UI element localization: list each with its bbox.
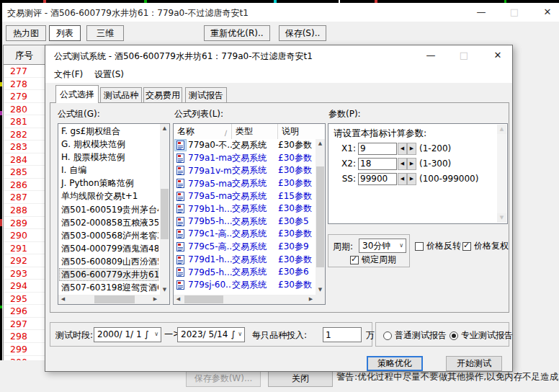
minimize-icon[interactable]: — bbox=[420, 45, 442, 66]
main-window-titlebar[interactable]: 交易测评 - 酒506-600779水井坊61：779a0-不过滤唐奇安t1 —… bbox=[2, 3, 559, 22]
param-ss-input[interactable] bbox=[358, 173, 397, 185]
column-header-desc[interactable]: 说明 bbox=[278, 124, 326, 139]
scrollbar-thumb[interactable] bbox=[94, 295, 135, 303]
param-x2-input[interactable] bbox=[358, 158, 397, 170]
spin-right-icon[interactable]: ▶ bbox=[407, 143, 416, 155]
table-row[interactable]: 779a5-ma...交易系统£15参数 bbox=[174, 190, 315, 202]
list-item[interactable]: 酒503-000568泸州老窖3 bbox=[59, 229, 158, 242]
table-row[interactable]: 283 bbox=[4, 141, 45, 153]
menu-settings[interactable]: 设置(S) bbox=[91, 66, 127, 83]
table-row[interactable]: 779b1-h...交易系统£30参数 bbox=[174, 202, 315, 215]
spin-left-icon[interactable]: ◀ bbox=[398, 158, 407, 170]
table-row[interactable]: 286 bbox=[4, 179, 45, 192]
close-button[interactable]: 关闭 bbox=[268, 370, 333, 387]
view-heatmap-button[interactable]: 热力图 bbox=[6, 25, 46, 41]
table-row[interactable]: 293 bbox=[4, 267, 45, 280]
list-item[interactable]: H. 股票模块范例 bbox=[59, 151, 158, 164]
pro-report-radio[interactable]: 专业测试报告 bbox=[450, 329, 513, 342]
tab-formula-select[interactable]: 公式选择 bbox=[55, 85, 99, 103]
date-from-picker[interactable]: 2000/ 1/ 1 ∫ ∨ bbox=[94, 327, 161, 342]
scroll-right-icon[interactable]: ▶ bbox=[151, 295, 160, 304]
price-adjust-checkbox[interactable]: 价格复权 bbox=[462, 240, 509, 252]
table-row[interactable]: 287 bbox=[4, 191, 45, 204]
table-row[interactable]: 779b5-h...交易系统£30参5 bbox=[174, 215, 315, 228]
column-header-type[interactable]: 类型 bbox=[232, 124, 278, 139]
horizontal-scrollbar[interactable]: ◀ ▶ bbox=[174, 295, 316, 304]
table-row[interactable]: 279 bbox=[4, 90, 45, 103]
scrollbar-thumb[interactable] bbox=[184, 295, 223, 303]
scroll-left-icon[interactable]: ◀ bbox=[174, 295, 183, 304]
menu-file[interactable]: 文件(F) bbox=[51, 66, 86, 83]
scroll-up-icon[interactable]: ▲ bbox=[316, 139, 325, 148]
date-to-picker[interactable]: 2023/ 5/14 ∫ ∨ bbox=[177, 327, 245, 342]
scrollbar-thumb[interactable] bbox=[316, 166, 324, 267]
spin-right-icon[interactable]: ▶ bbox=[407, 158, 416, 170]
spin-left-icon[interactable]: ◀ bbox=[398, 143, 407, 155]
reoptimize-button[interactable]: 重新优化(R).. bbox=[204, 25, 270, 41]
table-row[interactable]: 284 bbox=[4, 153, 45, 166]
close-icon[interactable]: ✕ bbox=[487, 45, 509, 66]
horizontal-scrollbar[interactable]: ◀ ▶ bbox=[58, 295, 160, 304]
list-item[interactable]: F. gs£期权组合 bbox=[59, 125, 158, 138]
table-row[interactable]: 281 bbox=[4, 115, 45, 128]
table-row[interactable]: 290 bbox=[4, 229, 45, 242]
scroll-down-icon[interactable]: ▼ bbox=[316, 285, 325, 295]
period-select[interactable]: 30分钟 ∨ bbox=[359, 239, 406, 253]
minimize-icon[interactable]: — bbox=[470, 3, 492, 22]
normal-report-radio[interactable]: 普通测试报告 bbox=[383, 329, 447, 342]
list-item[interactable]: I. 自编 bbox=[59, 164, 158, 177]
list-item[interactable]: 酒507-603198迎驾贡酒6 bbox=[59, 281, 158, 293]
lock-period-checkbox[interactable]: 锁定周期 bbox=[350, 254, 396, 266]
table-row[interactable]: 296 bbox=[4, 305, 45, 318]
view-3d-button[interactable]: 三维 bbox=[86, 25, 124, 41]
table-row[interactable]: 280 bbox=[4, 103, 45, 116]
scroll-up-icon[interactable]: ▲ bbox=[160, 124, 169, 133]
table-row[interactable]: 294 bbox=[4, 280, 45, 293]
vertical-scrollbar[interactable]: ▲ ▼ bbox=[160, 124, 169, 295]
invest-input[interactable] bbox=[323, 327, 362, 342]
close-icon[interactable]: ✕ bbox=[537, 3, 558, 22]
table-row[interactable]: 295 bbox=[4, 293, 45, 306]
table-row[interactable]: 289 bbox=[4, 217, 45, 230]
spin-right-icon[interactable]: ▶ bbox=[407, 173, 416, 185]
scroll-down-icon[interactable]: ▼ bbox=[160, 285, 169, 295]
table-row[interactable]: 278 bbox=[4, 78, 45, 91]
table-row[interactable]: 779sj-60...交易系统£30参数 bbox=[174, 279, 315, 292]
scrollbar-thumb[interactable] bbox=[161, 189, 169, 239]
save-button[interactable]: 保存(S).. bbox=[279, 25, 326, 41]
tab-trade-fees[interactable]: 交易费用 bbox=[143, 87, 182, 103]
scroll-right-icon[interactable]: ▶ bbox=[306, 295, 316, 304]
table-row[interactable]: 779d5-h...交易系统£30参6 bbox=[174, 266, 315, 279]
table-row[interactable]: 298 bbox=[4, 330, 45, 343]
price-reverse-checkbox[interactable]: 价格反转 bbox=[415, 240, 461, 252]
list-item[interactable]: 酒505-600809山西汾酒5 bbox=[59, 255, 158, 268]
table-row[interactable]: 779a0-不...交易系统£30参数 bbox=[174, 139, 315, 152]
table-row[interactable]: 779c1-高...交易系统£30参数 bbox=[174, 228, 315, 241]
param-x1-input[interactable] bbox=[358, 143, 397, 155]
list-item[interactable]: 酒506-600779水井坊61 bbox=[59, 268, 158, 281]
table-row[interactable]: 292 bbox=[4, 254, 45, 267]
table-row[interactable]: 282 bbox=[4, 128, 45, 141]
dialog-titlebar[interactable]: 公式测试系统 - 酒506-600779水井坊61：779a0-不过滤唐奇安t1… bbox=[45, 45, 512, 66]
spin-left-icon[interactable]: ◀ bbox=[398, 173, 407, 185]
table-row[interactable]: 779c5-高...交易系统£30参9 bbox=[174, 241, 315, 254]
table-row[interactable]: 277 bbox=[4, 65, 45, 78]
list-item[interactable]: 酒501-600519贵州茅台4 bbox=[59, 203, 158, 216]
strategy-optimize-button[interactable]: 策略优化 bbox=[367, 356, 423, 371]
list-item[interactable]: 单均线限价交易t+1 bbox=[59, 190, 158, 202]
table-row[interactable]: 297 bbox=[4, 318, 45, 331]
view-list-button[interactable]: 列表 bbox=[49, 25, 81, 41]
table-row[interactable]: 779a1-ma...交易系统£30参数 bbox=[174, 152, 315, 165]
tab-test-report[interactable]: 测试报告 bbox=[185, 87, 227, 103]
list-item[interactable]: 酒504-000799酒鬼酒48 bbox=[59, 242, 158, 255]
table-row[interactable]: 285 bbox=[4, 166, 45, 179]
column-header-name[interactable]: 名称∕ bbox=[174, 124, 232, 139]
table-row[interactable]: 779d1-h...交易系统£30参数 bbox=[174, 253, 315, 266]
vertical-scrollbar[interactable]: ▲ ▼ bbox=[316, 139, 325, 295]
table-row[interactable]: 779a5-ma...交易系统£30参数 bbox=[174, 177, 315, 190]
table-row[interactable]: 291 bbox=[4, 242, 45, 255]
scroll-left-icon[interactable]: ◀ bbox=[58, 295, 68, 304]
table-row[interactable]: 288 bbox=[4, 204, 45, 217]
table-row[interactable]: 779a1v-m...交易系统£30参数 bbox=[174, 164, 315, 177]
tab-test-symbols[interactable]: 测试品种 bbox=[100, 87, 142, 103]
